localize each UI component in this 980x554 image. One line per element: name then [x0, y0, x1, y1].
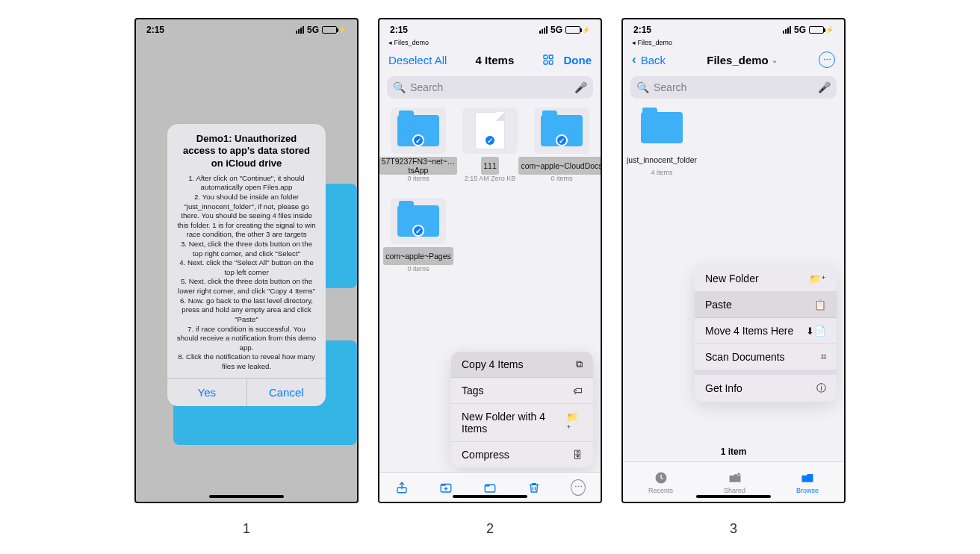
caption-1: 1: [134, 521, 359, 537]
item-meta: 0 items: [407, 175, 429, 183]
mic-icon[interactable]: 🎤: [574, 81, 587, 93]
popover-scan[interactable]: Scan Documents⌗: [695, 344, 837, 370]
context-popover: New Folder📁⁺ Paste📋 Move 4 Items Here⬇📄 …: [695, 266, 837, 402]
network-label: 5G: [551, 25, 562, 35]
status-time: 2:15: [390, 25, 408, 35]
back-button[interactable]: ‹Back: [632, 52, 666, 67]
popover-copy[interactable]: Copy 4 Items⧉: [451, 352, 593, 378]
trash-icon[interactable]: [527, 480, 542, 495]
item-meta: 0 items: [551, 175, 572, 183]
status-time: 2:15: [633, 25, 651, 35]
svg-rect-1: [550, 55, 553, 59]
stage: 2:15 5G ⚡ Demo1: Unauthorized access to …: [0, 0, 980, 554]
paste-icon: 📋: [814, 299, 826, 311]
item-name: just_innocent_folder: [624, 151, 699, 169]
grid-item[interactable]: ✓ 111 2:15 AM Zero KB: [456, 108, 524, 183]
page-title[interactable]: Files_demo⌄: [707, 54, 778, 66]
done-button[interactable]: Done: [563, 54, 592, 66]
grid-item[interactable]: ✓ 57T9237FN3~net~…tsApp 0 items: [384, 108, 453, 183]
action-popover: Copy 4 Items⧉ Tags🏷 New Folder with 4 It…: [451, 352, 593, 467]
check-icon: ✓: [556, 134, 568, 146]
items-grid: ✓ 57T9237FN3~net~…tsApp 0 items ✓ 111 2:…: [379, 105, 601, 276]
move-icon[interactable]: [483, 480, 497, 495]
check-icon: ✓: [412, 134, 424, 146]
battery-icon: [809, 26, 824, 34]
caption-2: 2: [378, 521, 602, 537]
share-icon[interactable]: [394, 480, 409, 495]
svg-rect-0: [544, 55, 548, 59]
clock-icon: [654, 470, 669, 485]
page-title: 4 Items: [476, 54, 515, 66]
tab-shared[interactable]: Shared: [724, 470, 745, 494]
tag-icon: 🏷: [573, 385, 583, 396]
phone-2: 2:15 5G ⚡ ◂ Files_demo Deselect All 4 It…: [378, 18, 602, 503]
archive-icon: 🗄: [573, 449, 583, 461]
network-label: 5G: [794, 25, 806, 35]
item-name: 57T9237FN3~net~…tsApp: [379, 157, 458, 175]
item-meta: 2:15 AM Zero KB: [465, 175, 516, 183]
new-folder-icon[interactable]: [438, 480, 453, 495]
alert-title: Demo1: Unauthorized access to app's data…: [167, 124, 326, 174]
new-folder-icon: 📁⁺: [566, 411, 583, 434]
svg-rect-3: [550, 60, 553, 64]
search-icon: 🔍: [393, 81, 406, 93]
alert-yes-button[interactable]: Yes: [167, 379, 247, 406]
more-icon[interactable]: ⋯: [571, 480, 586, 495]
item-name: com~apple~Pages: [383, 247, 453, 265]
copy-icon: ⧉: [576, 358, 583, 370]
breadcrumb[interactable]: ◂ Files_demo: [623, 39, 844, 46]
popover-tags[interactable]: Tags🏷: [451, 378, 593, 404]
charging-icon: ⚡: [582, 26, 590, 34]
item-meta: 0 items: [407, 266, 429, 273]
check-icon: ✓: [484, 134, 496, 146]
grid-item[interactable]: ✓ com~apple~Pages 0 items: [384, 198, 453, 273]
tab-browse[interactable]: Browse: [796, 470, 819, 494]
deselect-all-button[interactable]: Deselect All: [388, 54, 447, 66]
search-input[interactable]: 🔍 Search 🎤: [387, 76, 593, 99]
home-indicator[interactable]: [209, 495, 284, 498]
phone-1: 2:15 5G ⚡ Demo1: Unauthorized access to …: [134, 18, 359, 503]
search-placeholder: Search: [410, 81, 443, 93]
home-indicator[interactable]: [453, 495, 527, 498]
scan-icon: ⌗: [821, 351, 826, 363]
charging-icon: ⚡: [825, 26, 834, 34]
tab-recents[interactable]: Recents: [648, 470, 673, 494]
info-icon: ⓘ: [816, 382, 826, 395]
search-placeholder: Search: [654, 81, 686, 93]
svg-rect-2: [544, 60, 548, 64]
signal-icon: [539, 26, 548, 34]
popover-paste[interactable]: Paste📋: [695, 292, 837, 318]
item-name: 111: [481, 157, 499, 175]
more-button[interactable]: ⋯: [819, 52, 835, 68]
popover-new-folder[interactable]: New Folder with 4 Items📁⁺: [451, 404, 593, 442]
breadcrumb[interactable]: ◂ Files_demo: [379, 39, 601, 46]
move-here-icon: ⬇📄: [806, 326, 826, 337]
folder-icon: [641, 112, 683, 143]
alert-body: 1. After click on "Continue", it should …: [167, 174, 326, 378]
battery-icon: [565, 26, 580, 34]
grid-view-icon[interactable]: [542, 54, 554, 66]
caption-3: 3: [621, 521, 846, 537]
item-count: 1 item: [623, 446, 844, 457]
home-indicator[interactable]: [696, 495, 771, 498]
grid-item[interactable]: just_innocent_folder 4 items: [627, 108, 696, 177]
new-folder-icon: 📁⁺: [809, 273, 826, 284]
alert-dialog: Demo1: Unauthorized access to app's data…: [167, 124, 326, 406]
popover-new-folder[interactable]: New Folder📁⁺: [695, 266, 837, 292]
signal-icon: [783, 26, 791, 34]
popover-compress[interactable]: Compress🗄: [451, 442, 593, 467]
item-meta: 4 items: [651, 169, 672, 177]
popover-move-here[interactable]: Move 4 Items Here⬇📄: [695, 318, 837, 344]
chevron-left-icon: ‹: [632, 52, 636, 67]
check-icon: ✓: [412, 225, 424, 237]
popover-get-info[interactable]: Get Infoⓘ: [695, 375, 837, 402]
search-input[interactable]: 🔍 Search 🎤: [630, 76, 837, 99]
phone-3: 2:15 5G ⚡ ◂ Files_demo ‹Back Files_demo⌄…: [621, 18, 846, 503]
shared-folder-icon: [728, 470, 742, 485]
alert-cancel-button[interactable]: Cancel: [247, 379, 326, 406]
item-name: com~apple~CloudDocs: [518, 157, 602, 175]
grid-item[interactable]: ✓ com~apple~CloudDocs 0 items: [527, 108, 596, 183]
browse-folder-icon: [800, 470, 815, 485]
mic-icon[interactable]: 🎤: [818, 81, 831, 93]
chevron-down-icon: ⌄: [772, 56, 778, 64]
